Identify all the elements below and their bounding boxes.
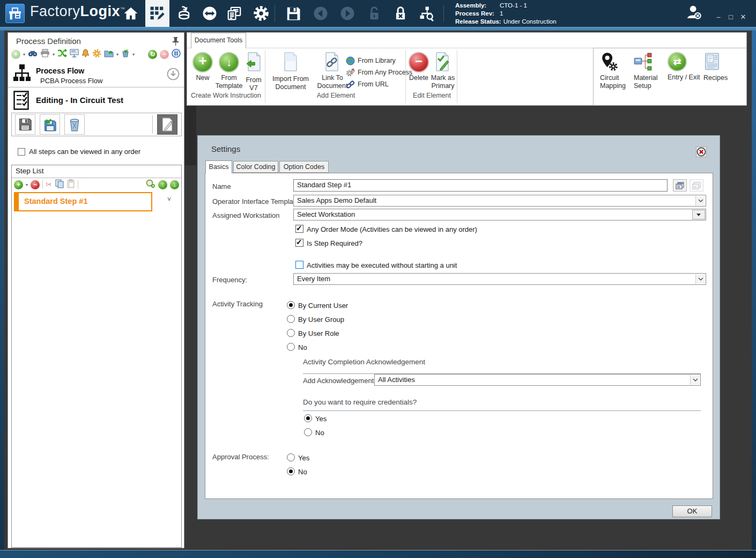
step-chevron-icon[interactable]: ˅ — [167, 196, 171, 203]
delete-step-button[interactable] — [64, 114, 85, 135]
save-step-button[interactable] — [15, 114, 35, 135]
data-import-icon[interactable] — [175, 5, 192, 22]
brand-text: FactoryLogix™ — [30, 3, 125, 20]
save-as-button[interactable] — [40, 114, 60, 135]
step-list-item[interactable]: Standard Step #1 — [14, 192, 152, 211]
link-to-document-button[interactable]: Link To Document — [315, 52, 350, 90]
process-definition-icon[interactable] — [149, 5, 166, 22]
back-icon[interactable] — [312, 5, 329, 22]
settings-gear-icon[interactable] — [253, 5, 270, 22]
cut-icon[interactable]: ✂ — [46, 180, 53, 189]
pause-icon[interactable] — [172, 49, 181, 60]
save-icon[interactable] — [285, 5, 302, 22]
from-v7-icon — [246, 52, 261, 72]
recipes-button[interactable]: Recipes — [703, 52, 736, 82]
tracking-by-user-group-radio[interactable] — [287, 315, 295, 323]
process-rev-label: Process Rev: — [455, 10, 500, 18]
add-process-caret-icon[interactable]: ▾ — [23, 52, 25, 57]
print-caret-icon[interactable]: ▾ — [53, 52, 55, 57]
bell-icon[interactable] — [81, 49, 90, 60]
tab-document-tools[interactable]: Document Tools — [191, 33, 246, 48]
process-search-icon[interactable] — [418, 5, 435, 22]
remove-step-icon[interactable]: − — [31, 180, 40, 189]
user-logout-icon[interactable] — [685, 3, 702, 20]
material-setup-icon — [634, 52, 652, 71]
add-step-icon[interactable]: + — [14, 180, 23, 189]
credentials-no-radio[interactable] — [304, 428, 312, 436]
find-icon[interactable] — [28, 49, 38, 60]
documents-icon[interactable] — [226, 5, 243, 22]
template-combo[interactable]: Sales Apps Demo Default — [293, 195, 706, 207]
any-order-checkbox[interactable] — [18, 148, 25, 156]
tab-color-coding[interactable]: Color Coding — [233, 161, 278, 173]
from-any-process-icon — [346, 68, 355, 77]
maximize-button[interactable]: □ — [726, 13, 736, 21]
tracking-by-current-user-radio[interactable] — [287, 301, 295, 309]
entry-exit-button[interactable]: ⇄ Entry / Exit — [668, 52, 706, 82]
from-template-button[interactable]: ↓ From Template — [215, 52, 243, 90]
sync-icon[interactable] — [201, 5, 218, 22]
zoom-step-icon[interactable] — [145, 179, 155, 190]
export-icon[interactable] — [104, 49, 114, 60]
credentials-yes-radio[interactable] — [304, 414, 312, 422]
from-v7-button[interactable]: From V7 — [243, 52, 264, 92]
add-step-caret-icon[interactable]: ▾ — [26, 182, 28, 187]
ribbon-right-separator — [593, 48, 594, 106]
lock-x-icon[interactable] — [392, 5, 409, 22]
paste-icon[interactable] — [67, 179, 75, 190]
add-process-icon[interactable]: + — [11, 50, 20, 59]
pin-icon[interactable] — [172, 37, 179, 48]
tracking-by-user-role-radio[interactable] — [287, 329, 295, 337]
move-up-icon[interactable]: ↑ — [158, 180, 167, 189]
refresh-icon[interactable]: ↻ — [148, 50, 157, 59]
any-order-mode-checkbox[interactable] — [295, 225, 303, 233]
tab-option-codes[interactable]: Option Codes — [279, 161, 329, 173]
open-template-editor-button[interactable] — [673, 179, 687, 192]
no-unit-checkbox[interactable] — [295, 261, 303, 269]
home-icon[interactable] — [122, 5, 139, 22]
presentation-icon[interactable] — [70, 49, 79, 60]
import-bin-icon[interactable] — [121, 49, 130, 60]
export-caret-icon[interactable]: ▾ — [116, 52, 118, 57]
shuffle-icon[interactable] — [57, 49, 67, 60]
from-url-button[interactable]: From URL — [346, 79, 389, 90]
ack-combo[interactable]: All Activities — [374, 374, 701, 386]
factorylogix-logo-icon — [5, 4, 25, 23]
chevron-down-icon[interactable] — [690, 375, 700, 385]
dialog-close-icon[interactable] — [696, 146, 707, 159]
step-required-checkbox[interactable] — [295, 239, 303, 247]
circuit-mapping-button[interactable]: Circuit Mapping — [600, 52, 633, 91]
approval-no-radio[interactable] — [287, 467, 295, 475]
gear-orange-icon[interactable] — [92, 49, 101, 60]
tracking-no-radio[interactable] — [287, 343, 295, 351]
edit-mode-button[interactable] — [157, 114, 177, 135]
move-down-icon[interactable]: ↓ — [170, 180, 179, 189]
print-icon[interactable] — [40, 49, 50, 60]
dropdown-triangle-icon[interactable] — [692, 210, 705, 219]
unlock-icon[interactable] — [366, 5, 383, 22]
tab-basics[interactable]: Basics — [205, 160, 232, 173]
mark-as-primary-button[interactable]: Mark as Primary — [429, 52, 456, 90]
ok-button[interactable]: OK — [672, 505, 712, 517]
chevron-down-icon[interactable] — [695, 274, 705, 284]
new-document-button[interactable]: + New — [190, 52, 215, 82]
material-setup-button[interactable]: Material Setup — [634, 52, 667, 91]
remove-icon[interactable]: − — [160, 50, 169, 59]
workstation-combo[interactable]: Select Workstation — [293, 209, 706, 221]
from-any-process-button[interactable]: From Any Process — [346, 67, 412, 78]
import-from-document-button[interactable]: Import From Document — [268, 52, 314, 91]
import-caret-icon[interactable]: ▾ — [132, 52, 135, 57]
delete-element-button[interactable]: − Delete — [407, 52, 431, 82]
name-input[interactable]: Standard Step #1 — [293, 179, 668, 192]
step-required-label: Is Step Required? — [307, 239, 362, 247]
chevron-down-icon[interactable] — [695, 196, 705, 205]
template-editor-disabled-button[interactable] — [690, 179, 703, 192]
forward-icon[interactable] — [339, 5, 356, 22]
frequency-combo[interactable]: Every Item — [293, 273, 706, 285]
approval-yes-radio[interactable] — [287, 453, 295, 461]
close-button[interactable]: ✕ — [738, 13, 748, 21]
expand-circle-icon[interactable] — [167, 68, 180, 83]
minimize-button[interactable]: – — [714, 13, 723, 21]
from-library-button[interactable]: From Library — [346, 55, 396, 66]
copy-icon[interactable] — [55, 179, 64, 190]
